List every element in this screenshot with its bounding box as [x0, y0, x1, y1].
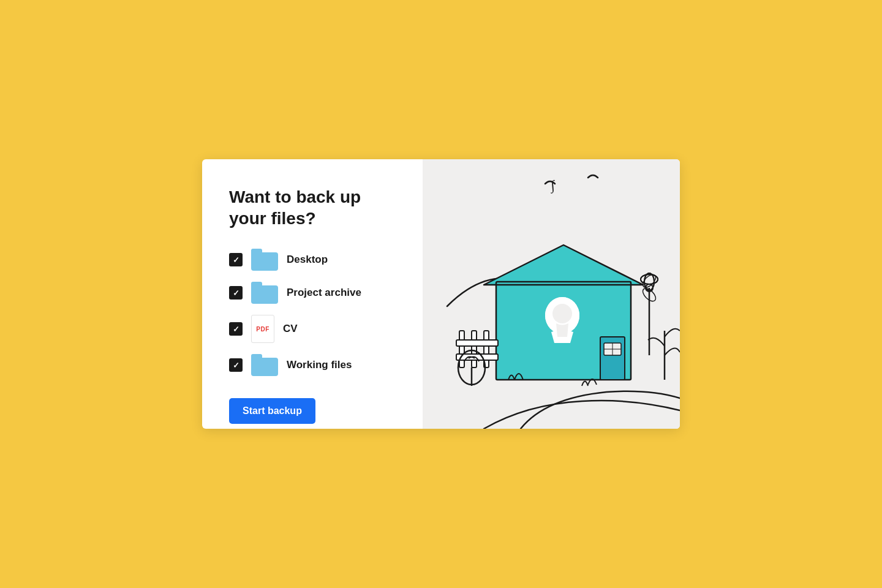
checkmark-icon: ✓	[233, 325, 239, 333]
backup-card: Want to back up your files? ✓ Desktop ✓	[202, 159, 680, 429]
folder-icon	[251, 354, 278, 376]
checkmark-icon: ✓	[233, 289, 239, 297]
list-item: ✓ Working files	[229, 354, 396, 376]
page-title: Want to back up your files?	[229, 186, 396, 229]
list-item: ✓ Desktop	[229, 249, 396, 271]
svg-rect-12	[459, 331, 464, 368]
desktop-checkbox[interactable]: ✓	[229, 253, 243, 266]
folder-icon	[251, 282, 278, 304]
cv-checkbox[interactable]: ✓	[229, 322, 243, 336]
pdf-label-text: PDF	[256, 326, 270, 333]
svg-point-7	[552, 304, 572, 323]
folder-icon	[251, 249, 278, 271]
left-panel: Want to back up your files? ✓ Desktop ✓	[202, 159, 423, 429]
file-name-cv: CV	[283, 323, 298, 335]
file-name-project-archive: Project archive	[287, 287, 361, 299]
pdf-icon: PDF	[251, 315, 274, 343]
svg-marker-2	[484, 245, 643, 285]
file-name-desktop: Desktop	[287, 254, 328, 266]
svg-text:∫: ∫	[549, 177, 556, 194]
checkmark-icon: ✓	[233, 361, 239, 369]
svg-rect-15	[456, 340, 498, 346]
list-item: ✓ PDF CV	[229, 315, 396, 343]
working-files-checkbox[interactable]: ✓	[229, 358, 243, 372]
svg-rect-13	[472, 331, 477, 368]
file-list: ✓ Desktop ✓ Project archive	[229, 249, 396, 376]
file-name-working-files: Working files	[287, 359, 352, 371]
project-archive-checkbox[interactable]: ✓	[229, 286, 243, 300]
list-item: ✓ Project archive	[229, 282, 396, 304]
checkmark-icon: ✓	[233, 256, 239, 264]
illustration-panel: ∫	[423, 159, 680, 429]
house-illustration: ∫	[423, 159, 680, 429]
start-backup-button[interactable]: Start backup	[229, 398, 315, 424]
